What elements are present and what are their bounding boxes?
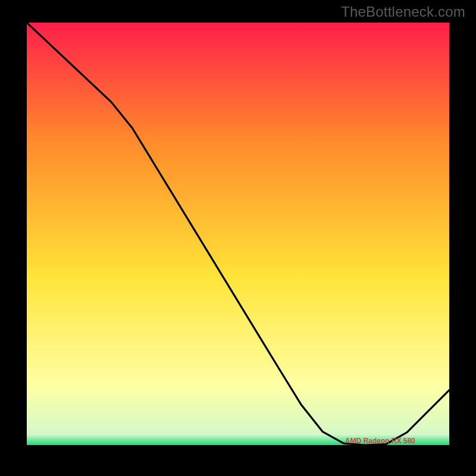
- gradient-backdrop: [27, 23, 449, 445]
- chart-stage: TheBottleneck.com AMD Radeon RX 580: [0, 0, 476, 476]
- watermark-label: TheBottleneck.com: [341, 4, 465, 20]
- chart-svg: [27, 23, 449, 445]
- plot-area: AMD Radeon RX 580: [27, 23, 449, 445]
- optimal-gpu-badge: AMD Radeon RX 580: [345, 437, 415, 445]
